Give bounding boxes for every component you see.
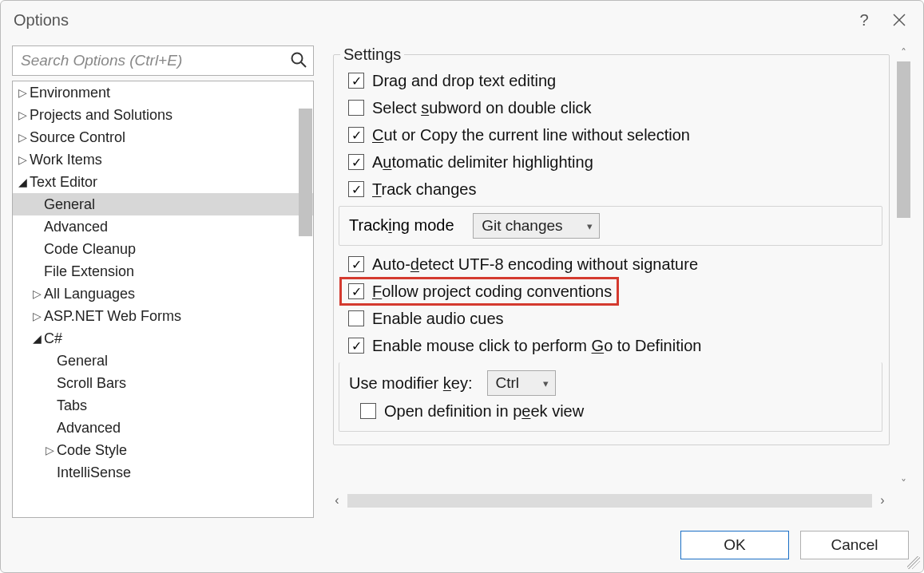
opt-label: Drag and drop text editing xyxy=(372,72,556,90)
close-button[interactable] xyxy=(882,2,917,38)
tree-item[interactable]: ▷IntelliSense xyxy=(13,461,313,484)
opt-label: Open definition in peek view xyxy=(384,402,584,421)
checkbox-icon: ✓ xyxy=(348,283,364,299)
tree-item[interactable]: ▷Tabs xyxy=(13,394,313,417)
vertical-scrollbar[interactable]: ˄ ˅ xyxy=(897,45,910,491)
scrollbar-track[interactable] xyxy=(347,494,872,508)
search-box xyxy=(12,45,314,76)
opt-label: Enable audio cues xyxy=(372,310,504,328)
opt-goto-definition[interactable]: ✓ Enable mouse click to perform Go to De… xyxy=(340,332,882,359)
tree-item-label: Advanced xyxy=(57,420,121,437)
opt-label: Auto-detect UTF-8 encoding without signa… xyxy=(372,255,698,274)
opt-drag-drop[interactable]: ✓ Drag and drop text editing xyxy=(340,67,882,94)
checkbox-icon: ✓ xyxy=(348,127,364,143)
tree-item[interactable]: ▷General xyxy=(13,193,313,215)
tree-item-label: General xyxy=(44,196,95,213)
opt-audio-cues[interactable]: Enable audio cues xyxy=(340,305,882,332)
tree-item[interactable]: ▷ASP.NET Web Forms xyxy=(13,305,313,327)
ok-button[interactable]: OK xyxy=(680,531,789,559)
scrollbar-thumb[interactable] xyxy=(897,61,910,218)
window-title: Options xyxy=(14,11,69,30)
opt-track-changes[interactable]: ✓ Track changes xyxy=(340,176,882,203)
search-icon[interactable] xyxy=(290,51,307,73)
tree-scrollbar-thumb[interactable] xyxy=(299,109,312,236)
cancel-button[interactable]: Cancel xyxy=(800,531,909,559)
help-button[interactable]: ? xyxy=(847,2,882,38)
tracking-mode-group: Tracking mode Git changes ▾ xyxy=(339,206,882,246)
tree-collapsed-icon[interactable]: ▷ xyxy=(18,131,27,144)
tree-item[interactable]: ▷Advanced xyxy=(13,417,313,439)
checkbox-icon xyxy=(360,403,376,419)
checkbox-icon xyxy=(348,310,364,326)
tree-item-label: File Extension xyxy=(44,263,134,280)
opt-select-subword[interactable]: Select subword on double click xyxy=(340,94,882,121)
tree-collapsed-icon[interactable]: ▷ xyxy=(18,86,27,99)
tree-expanded-icon[interactable]: ◢ xyxy=(32,332,42,345)
tree-item[interactable]: ▷Code Style xyxy=(13,439,313,461)
tree-item-label: Tabs xyxy=(57,397,87,414)
tree-item-label: ASP.NET Web Forms xyxy=(44,308,181,325)
tree-collapsed-icon[interactable]: ▷ xyxy=(18,109,27,121)
tree-item[interactable]: ▷Advanced xyxy=(13,215,313,238)
tree-item[interactable]: ▷Source Control xyxy=(13,126,313,148)
scroll-right-icon[interactable]: › xyxy=(872,493,893,508)
opt-peek-view[interactable]: Open definition in peek view xyxy=(349,397,872,425)
close-icon xyxy=(893,14,906,26)
tree-collapsed-icon[interactable]: ▷ xyxy=(18,153,27,166)
settings-group: Settings ✓ Drag and drop text editing Se… xyxy=(333,45,890,445)
tree-expanded-icon[interactable]: ◢ xyxy=(18,176,27,188)
tree-item[interactable]: ▷Scroll Bars xyxy=(13,372,313,394)
tree-item-label: Source Control xyxy=(30,129,125,146)
tree-item[interactable]: ▷All Languages xyxy=(13,283,313,305)
checkbox-icon: ✓ xyxy=(348,256,364,272)
opt-cut-copy[interactable]: ✓ Cut or Copy the current line without s… xyxy=(340,121,882,148)
checkbox-icon: ✓ xyxy=(348,338,364,354)
tracking-mode-select[interactable]: Git changes ▾ xyxy=(473,213,599,239)
scroll-down-icon[interactable]: ˅ xyxy=(897,476,910,491)
titlebar: Options ? xyxy=(1,1,923,39)
tree-item-label: General xyxy=(57,353,108,369)
checkbox-icon: ✓ xyxy=(348,154,364,170)
modifier-key-select[interactable]: Ctrl ▾ xyxy=(487,370,557,396)
opt-label: Automatic delimiter highlighting xyxy=(372,153,593,172)
tree-collapsed-icon[interactable]: ▷ xyxy=(32,310,42,322)
chevron-down-icon: ▾ xyxy=(543,377,549,389)
tree-item-label: Environment xyxy=(30,85,110,101)
resize-grip[interactable] xyxy=(907,556,920,569)
opt-auto-delim[interactable]: ✓ Automatic delimiter highlighting xyxy=(340,148,882,176)
tree-item[interactable]: ▷File Extension xyxy=(13,260,313,283)
settings-legend: Settings xyxy=(340,45,404,64)
checkbox-icon xyxy=(348,100,364,116)
svg-line-3 xyxy=(301,62,306,67)
tree-item[interactable]: ▷Environment xyxy=(13,81,313,104)
search-input[interactable] xyxy=(12,45,314,76)
checkbox-icon: ✓ xyxy=(348,181,364,197)
scroll-up-icon[interactable]: ˄ xyxy=(897,45,910,60)
tree-item-label: Advanced xyxy=(44,219,108,235)
tree-collapsed-icon[interactable]: ▷ xyxy=(32,287,42,300)
tree-item[interactable]: ▷Work Items xyxy=(13,148,313,171)
modifier-key-label: Use modifier key: xyxy=(349,374,473,393)
tree-item[interactable]: ◢C# xyxy=(13,327,313,350)
opt-label: Follow project coding conventions xyxy=(372,283,612,301)
tree-item-label: IntelliSense xyxy=(57,464,131,481)
tree-item[interactable]: ▷Code Cleanup xyxy=(13,238,313,260)
opt-auto-detect-utf8[interactable]: ✓ Auto-detect UTF-8 encoding without sig… xyxy=(340,251,882,278)
tree-item[interactable]: ▷General xyxy=(13,350,313,372)
options-tree: ▷Environment▷Projects and Solutions▷Sour… xyxy=(12,81,314,518)
tree-collapsed-icon[interactable]: ▷ xyxy=(45,444,54,456)
opt-label: Cut or Copy the current line without sel… xyxy=(372,126,690,144)
scroll-left-icon[interactable]: ‹ xyxy=(327,493,347,508)
tree-item-label: Text Editor xyxy=(30,174,97,191)
opt-follow-conventions[interactable]: ✓ Follow project coding conventions xyxy=(340,278,618,305)
tracking-mode-label: Tracking mode xyxy=(349,216,458,234)
opt-label: Enable mouse click to perform Go to Defi… xyxy=(372,337,701,355)
horizontal-scrollbar[interactable]: ‹ › xyxy=(327,492,893,508)
tree-item-label: Code Style xyxy=(57,442,127,459)
tree-item-label: All Languages xyxy=(44,286,135,302)
tree-item-label: Scroll Bars xyxy=(57,375,126,392)
options-dialog: Options ? ▷Environment▷Projects and Solu… xyxy=(0,0,924,573)
tree-item[interactable]: ▷Projects and Solutions xyxy=(13,104,313,126)
chevron-down-icon: ▾ xyxy=(587,220,593,232)
tree-item[interactable]: ◢Text Editor xyxy=(13,171,313,193)
